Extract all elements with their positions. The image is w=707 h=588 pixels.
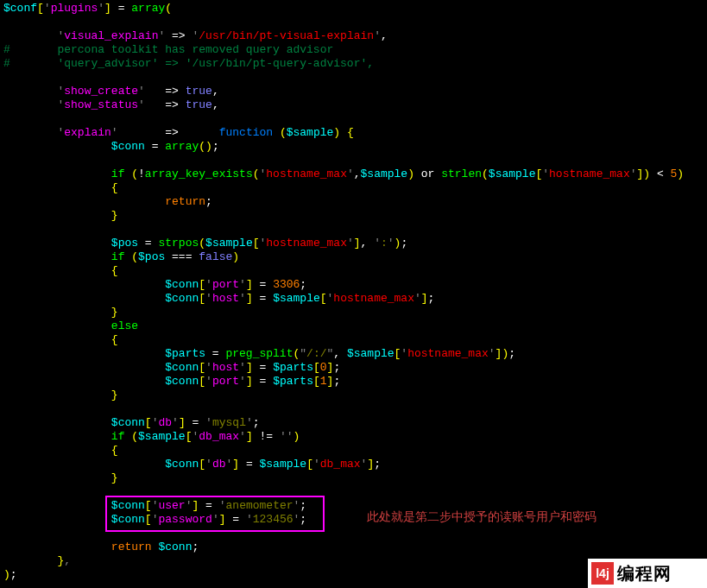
site-logo: l4j 编程网 (588, 559, 707, 588)
code-editor: $conf['plugins'] = array( 'visual_explai… (0, 0, 707, 582)
logo-text: 编程网 (617, 566, 672, 580)
logo-mark: l4j (591, 562, 614, 585)
annotation-text: 此处就是第二步中授予的读账号用户和密码 (367, 509, 597, 523)
